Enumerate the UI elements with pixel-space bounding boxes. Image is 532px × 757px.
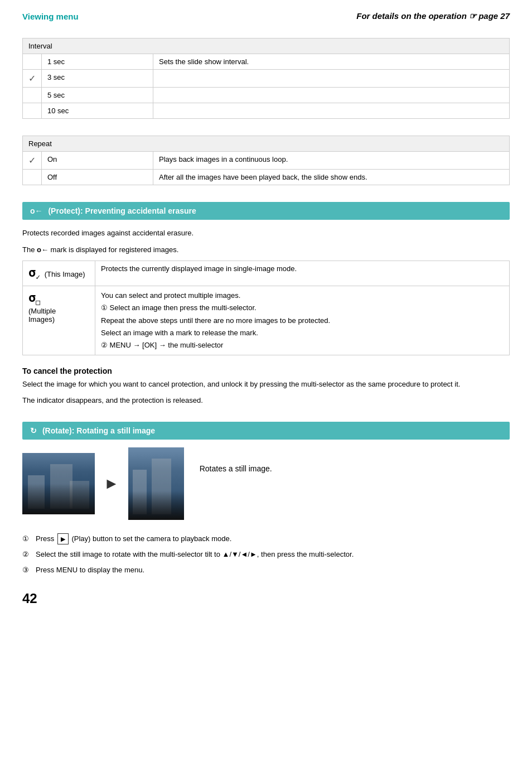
- check-cell: ✓: [23, 152, 42, 170]
- interval-header: Interval: [23, 38, 510, 54]
- checkmark-icon: ✓: [28, 74, 36, 83]
- desc-cell: Plays back images in a continuous loop.: [153, 152, 510, 170]
- step2-text: Select the still image to rotate with th…: [36, 550, 354, 558]
- option-cell: Off: [42, 170, 153, 185]
- step3-text: Press MENU to display the menu.: [36, 566, 144, 574]
- repeat-table: Repeat ✓ On Plays back images in a conti…: [22, 136, 510, 185]
- play-button-icon: ▶: [57, 533, 69, 545]
- table-row: ✓ 3 sec: [23, 70, 510, 88]
- desc-cell: [153, 103, 510, 119]
- rotates-still-image-text: Rotates a still image.: [200, 464, 272, 473]
- multiple-image-label: (MultipleImages): [28, 307, 89, 324]
- table-row: ✓ On Plays back images in a continuous l…: [23, 152, 510, 170]
- protect-body-line2: The o← mark is displayed for registered …: [22, 244, 510, 255]
- protect-heading-text: (Protect): Preventing accidental erasure: [48, 206, 196, 215]
- repeat-header: Repeat: [23, 136, 510, 152]
- rotate-heading-text: (Rotate): Rotating a still image: [42, 426, 155, 435]
- viewing-menu-title: Viewing menu: [22, 12, 79, 21]
- protect-section: o← (Protect): Preventing accidental eras…: [22, 202, 510, 406]
- mi-line2: ① Select an image then press the multi-s…: [101, 303, 257, 312]
- list-item: ② Select the still image to rotate with …: [22, 549, 510, 560]
- cancel-protection-heading: To cancel the protection: [22, 367, 510, 375]
- building-image-after: [128, 447, 184, 520]
- desc-cell: After all the images have been played ba…: [153, 170, 510, 185]
- rotate-heading: ↻ (Rotate): Rotating a still image: [22, 422, 510, 440]
- table-row: σ✓ (This Image) Protects the currently d…: [23, 261, 510, 286]
- protect-body-line1: Protects recorded images against acciden…: [22, 228, 510, 239]
- check-cell: [23, 170, 42, 185]
- option-cell: 1 sec: [42, 54, 153, 70]
- desc-cell: [153, 70, 510, 88]
- multiple-images-icon-cell: σ□ (MultipleImages): [23, 286, 95, 355]
- mi-line5: ② MENU → [OK] → the multi-selector: [101, 341, 223, 349]
- this-image-icon: σ✓: [28, 266, 40, 279]
- multiple-images-desc: You can select and protect multiple imag…: [95, 286, 510, 355]
- table-row: σ□ (MultipleImages) You can select and p…: [23, 286, 510, 355]
- page-number: 42: [22, 591, 37, 606]
- check-cell: [23, 88, 42, 103]
- option-cell: 3 sec: [42, 70, 153, 88]
- table-row: 5 sec: [23, 88, 510, 103]
- this-image-desc: Protects the currently displayed image i…: [95, 261, 510, 286]
- step1-text: Press ▶ (Play) button to set the camera …: [36, 534, 231, 543]
- page-footer: 42: [22, 591, 510, 606]
- desc-cell: [153, 88, 510, 103]
- repeat-section: Repeat ✓ On Plays back images in a conti…: [22, 136, 510, 185]
- mi-line3: Repeat the above steps until there are n…: [101, 316, 330, 325]
- rotate-section: ↻ (Rotate): Rotating a still image ► Rot…: [22, 422, 510, 576]
- building-image-before: [22, 453, 95, 514]
- page-header: Viewing menu For details on the operatio…: [22, 11, 510, 21]
- operation-reference: For details on the operation ☞ page 27: [356, 11, 510, 21]
- check-cell: ✓: [23, 70, 42, 88]
- table-row: Off After all the images have been playe…: [23, 170, 510, 185]
- table-row: 1 sec Sets the slide show interval.: [23, 54, 510, 70]
- list-item: ① Press ▶ (Play) button to set the camer…: [22, 533, 510, 545]
- cancel-protection-body2: The indicator disappears, and the protec…: [22, 395, 510, 406]
- mi-line1: You can select and protect multiple imag…: [101, 291, 240, 300]
- rotate-content: ► Rotates a still image.: [22, 447, 510, 520]
- mi-line4: Select an image with a mark to release t…: [101, 329, 258, 337]
- list-item: ③ Press MENU to display the menu.: [22, 565, 510, 576]
- interval-section: Interval 1 sec Sets the slide show inter…: [22, 38, 510, 119]
- rotate-steps-list: ① Press ▶ (Play) button to set the camer…: [22, 533, 510, 576]
- protect-heading: o← (Protect): Preventing accidental eras…: [22, 202, 510, 220]
- rotate-icon: ↻: [30, 426, 37, 435]
- rotate-images-row: ►: [22, 447, 184, 520]
- interval-table: Interval 1 sec Sets the slide show inter…: [22, 38, 510, 119]
- rotates-text-block: Rotates a still image.: [200, 447, 272, 473]
- option-cell: 10 sec: [42, 103, 153, 119]
- protect-lock-icon: o←: [30, 206, 43, 215]
- check-cell: [23, 103, 42, 119]
- cancel-protection-body1: Select the image for which you want to c…: [22, 379, 510, 390]
- protect-icon-cell: σ✓ (This Image): [23, 261, 95, 286]
- option-cell: 5 sec: [42, 88, 153, 103]
- checkmark-icon: ✓: [28, 156, 36, 165]
- table-row: 10 sec: [23, 103, 510, 119]
- desc-cell: Sets the slide show interval.: [153, 54, 510, 70]
- multiple-image-icon: σ□: [28, 291, 89, 306]
- this-image-label: (This Image): [45, 270, 85, 278]
- protect-table: σ✓ (This Image) Protects the currently d…: [22, 261, 510, 355]
- rotate-arrow-icon: ►: [104, 475, 119, 493]
- option-cell: On: [42, 152, 153, 170]
- check-cell: [23, 54, 42, 70]
